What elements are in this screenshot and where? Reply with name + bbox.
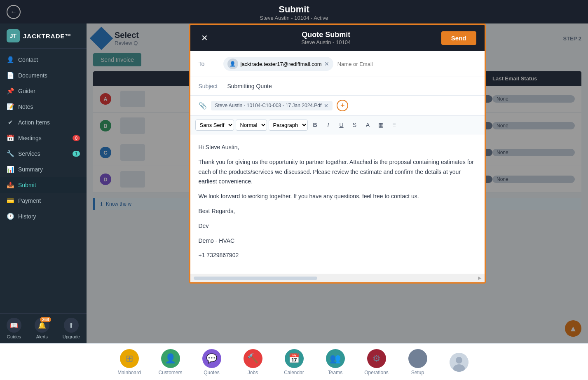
sidebar-item-summary[interactable]: 📊 Summary: [0, 162, 87, 177]
italic-button[interactable]: I: [323, 119, 334, 131]
subject-value: Submitting Quote: [227, 83, 272, 89]
setup-icon: ⚙: [408, 349, 427, 368]
sidebar-item-label: Summary: [18, 166, 43, 173]
nav-item-jobs[interactable]: 🔨 Jobs: [241, 349, 265, 375]
sidebar-item-documents[interactable]: 📄 Documents: [0, 68, 87, 83]
upgrade-button[interactable]: ⬆ Upgrade: [63, 318, 80, 339]
modal-title: Quote Submit: [211, 30, 441, 39]
remove-email-button[interactable]: ✕: [324, 61, 329, 67]
strikethrough-button[interactable]: S: [349, 119, 361, 131]
calendar-label: Calendar: [284, 370, 304, 375]
quotes-icon: 💬: [202, 349, 221, 368]
sidebar-item-payment[interactable]: 💳 Payment: [0, 193, 87, 209]
content-area: Select Review Q STEP 2 Send Invoice Last…: [87, 23, 588, 343]
sidebar-item-history[interactable]: 🕐 History: [0, 209, 87, 224]
nav-item-teams[interactable]: 👥 Teams: [323, 349, 348, 375]
alerts-button[interactable]: 🔔 268 Alerts: [35, 318, 49, 339]
teams-label: Teams: [328, 370, 342, 375]
paragraph-select[interactable]: Paragraph: [269, 120, 308, 131]
jobs-icon: 🔨: [244, 349, 262, 368]
alerts-icon: 🔔 268: [35, 318, 49, 333]
highlight-button[interactable]: ▦: [375, 119, 387, 131]
to-row: To 👤 jacktrade.tester17@rediffmail.com ✕: [199, 57, 476, 71]
teams-icon: 👥: [326, 349, 345, 368]
nav-item-quotes[interactable]: 💬 Quotes: [199, 349, 224, 375]
customers-icon: 👤: [161, 349, 180, 368]
sidebar-item-submit[interactable]: 📤 Submit: [0, 177, 87, 193]
sidebar-item-label: History: [18, 213, 36, 220]
to-label: To: [199, 61, 219, 67]
mainboard-label: Mainboard: [117, 370, 141, 375]
alerts-label: Alerts: [36, 334, 48, 339]
sidebar-item-contact[interactable]: 👤 Contact: [0, 52, 87, 68]
quotes-label: Quotes: [204, 370, 220, 375]
guides-icon: 📖: [7, 318, 21, 333]
payment-icon: 💳: [7, 197, 14, 204]
sidebar-item-notes[interactable]: 📝 Notes: [0, 99, 87, 115]
send-button[interactable]: Send: [441, 31, 476, 45]
guides-button[interactable]: 📖 Guides: [7, 318, 21, 339]
signature-phone: +1 7329867902: [199, 251, 476, 260]
profile-avatar: [450, 353, 469, 372]
attachment-chip: Steve Austin - 10104-C10-003 - 17 Jan 20…: [211, 101, 333, 110]
quote-submit-modal: ✕ Quote Submit Steve Austin - 10104 Send…: [189, 23, 486, 284]
body-line-4: We look forward to working together. If …: [199, 192, 476, 202]
email-address: jacktrade.tester17@rediffmail.com: [241, 61, 322, 67]
nav-item-customers[interactable]: 👤 Customers: [158, 349, 183, 375]
sidebar-item-label: Documents: [18, 72, 47, 79]
subject-section: Subject Submitting Quote: [190, 77, 485, 96]
font-size-select[interactable]: Normal: [236, 120, 267, 131]
sidebar-item-action-items[interactable]: ✔ Action Items: [0, 115, 87, 130]
nav-item-profile[interactable]: [447, 353, 471, 372]
modal-body: To 👤 jacktrade.tester17@rediffmail.com ✕…: [190, 51, 485, 282]
upgrade-label: Upgrade: [63, 334, 80, 339]
signature-company: Demo - HVAC: [199, 236, 476, 246]
attachment-name: Steve Austin - 10104-C10-003 - 17 Jan 20…: [215, 103, 322, 108]
paperclip-icon: 📎: [199, 102, 207, 110]
main-layout: JT JACKTRADE™ 👤 Contact 📄 Documents 📌 Gu…: [0, 23, 588, 343]
meetings-icon: 📅: [7, 134, 14, 142]
subject-label: Subject: [199, 83, 223, 89]
bold-button[interactable]: B: [309, 119, 321, 131]
bottom-nav: ⊞ Mainboard 👤 Customers 💬 Quotes 🔨 Jobs …: [0, 343, 588, 380]
meetings-badge: 0: [73, 135, 80, 141]
upgrade-icon: ⬆: [64, 318, 79, 333]
editor-body[interactable]: Hi Steve Austin, Thank you for giving us…: [190, 134, 485, 274]
guides-label: Guides: [7, 334, 21, 339]
to-section: To 👤 jacktrade.tester17@rediffmail.com ✕: [190, 51, 485, 77]
remove-attachment-button[interactable]: ✕: [324, 103, 328, 109]
sidebar-item-label: Guider: [18, 88, 35, 94]
sidebar-logo: JT JACKTRADE™: [0, 23, 87, 49]
nav-item-calendar[interactable]: 📅 Calendar: [282, 349, 307, 375]
logo-text: JACKTRADE™: [23, 33, 72, 40]
nav-item-setup[interactable]: ⚙ Setup: [405, 349, 430, 375]
nav-item-operations[interactable]: ⚙ Operations: [364, 349, 389, 375]
sidebar-item-meetings[interactable]: 📅 Meetings 0: [0, 130, 87, 146]
subject-row: Subject Submitting Quote: [199, 83, 476, 89]
attachment-row: 📎 Steve Austin - 10104-C10-003 - 17 Jan …: [190, 96, 485, 116]
best-regards-line: Best Regards,: [199, 206, 476, 216]
top-bar: ← Submit Steve Austin - 10104 - Active: [0, 0, 588, 23]
email-input[interactable]: [337, 61, 476, 67]
services-badge: 1: [73, 151, 80, 157]
font-color-button[interactable]: A: [362, 119, 374, 131]
svg-point-1: [456, 357, 462, 364]
services-icon: 🔧: [7, 150, 14, 157]
sidebar-item-label: Meetings: [18, 135, 42, 141]
sidebar-item-guider[interactable]: 📌 Guider: [0, 83, 87, 99]
add-attachment-button[interactable]: +: [337, 100, 348, 111]
underline-button[interactable]: U: [336, 119, 347, 131]
guider-icon: 📌: [7, 87, 14, 95]
action-items-icon: ✔: [7, 119, 14, 126]
close-modal-button[interactable]: ✕: [199, 32, 211, 44]
list-button[interactable]: ≡: [389, 119, 400, 131]
font-family-select[interactable]: Sans Serif: [195, 120, 234, 131]
body-line-2: Thank you for giving us the opportunity …: [199, 157, 476, 187]
nav-item-mainboard[interactable]: ⊞ Mainboard: [117, 349, 142, 375]
back-button[interactable]: ←: [7, 5, 21, 19]
sidebar-item-label: Contact: [18, 56, 38, 63]
notes-icon: 📝: [7, 103, 14, 110]
greeting-line: Hi Steve Austin,: [199, 143, 476, 152]
horizontal-scrollbar: ▶: [190, 274, 485, 282]
sidebar-item-services[interactable]: 🔧 Services 1: [0, 146, 87, 162]
